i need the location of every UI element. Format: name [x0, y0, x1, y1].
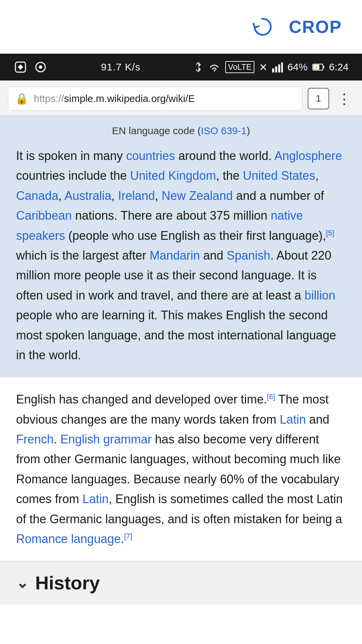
highlighted-section: EN language code (ISO 639-1) It is spoke… — [0, 116, 362, 377]
lang-code-text: EN language code ( — [112, 125, 201, 136]
iso-link[interactable]: ISO 639-1 — [201, 125, 247, 136]
screenshot-frame: 91.7 K/s VoLTE ✕ 64% ⚡ 6:24 🔒 https://si… — [0, 54, 362, 604]
tab-count-button[interactable]: 1 — [308, 88, 329, 109]
status-bar: 91.7 K/s VoLTE ✕ 64% ⚡ 6:24 — [0, 54, 362, 80]
french-link[interactable]: French — [16, 432, 54, 446]
romance-link[interactable]: Romance language — [16, 532, 121, 546]
ref5: [5] — [326, 229, 334, 237]
highlighted-paragraph: It is spoken in many countries around th… — [16, 146, 346, 365]
latin-link-2[interactable]: Latin — [82, 492, 109, 506]
caribbean-link[interactable]: Caribbean — [16, 209, 72, 222]
status-left-icons — [13, 60, 48, 74]
browser-menu-button[interactable]: ⋮ — [335, 91, 354, 107]
history-section: ⌄ History — [0, 561, 362, 604]
url-scheme: https:// — [34, 93, 64, 104]
latin-link-1[interactable]: Latin — [280, 413, 306, 426]
svg-rect-5 — [278, 64, 280, 72]
ref7: [7] — [124, 532, 132, 540]
newzealand-link[interactable]: New Zealand — [162, 189, 233, 203]
rotate-icon[interactable] — [249, 13, 276, 40]
uk-link[interactable]: United Kingdom — [130, 169, 216, 182]
grammar-link[interactable]: English grammar — [60, 432, 152, 446]
anglosphere-link[interactable]: Anglosphere — [274, 149, 342, 163]
lock-icon: 🔒 — [15, 92, 28, 105]
history-title-row[interactable]: ⌄ History — [16, 572, 346, 594]
status-right: VoLTE ✕ 64% ⚡ 6:24 — [194, 61, 349, 73]
australia-link[interactable]: Australia — [64, 189, 111, 203]
mandarin-link[interactable]: Mandarin — [149, 249, 200, 262]
app-icon-1 — [13, 60, 27, 74]
lang-code-close: ) — [247, 125, 250, 136]
browser-chrome: 🔒 https://simple.m.wikipedia.org/wiki/E … — [0, 80, 362, 116]
lang-code-line: EN language code (ISO 639-1) — [16, 125, 346, 137]
top-toolbar: CROP — [0, 0, 362, 54]
billion-link[interactable]: billion — [305, 288, 336, 302]
svg-rect-8 — [323, 66, 324, 68]
app-icon-2 — [34, 60, 48, 74]
address-bar-row: 🔒 https://simple.m.wikipedia.org/wiki/E … — [8, 87, 354, 111]
url-host: simple.m.wikipedia.org — [64, 93, 166, 104]
url-text: https://simple.m.wikipedia.org/wiki/E — [34, 93, 295, 104]
canada-link[interactable]: Canada — [16, 189, 58, 203]
svg-rect-4 — [275, 66, 277, 72]
address-bar[interactable]: 🔒 https://simple.m.wikipedia.org/wiki/E — [8, 87, 302, 111]
crop-button[interactable]: CROP — [289, 17, 342, 37]
white-paragraph: English has changed and developed over t… — [16, 389, 346, 549]
url-path: /wiki/E — [166, 93, 195, 104]
ireland-link[interactable]: Ireland — [118, 189, 155, 203]
white-section: English has changed and developed over t… — [0, 377, 362, 561]
svg-rect-3 — [272, 68, 274, 72]
history-title-text: History — [35, 572, 100, 594]
svg-rect-6 — [281, 62, 283, 72]
us-link[interactable]: United States — [243, 169, 315, 182]
chevron-down-icon: ⌄ — [16, 574, 28, 591]
spanish-link[interactable]: Spanish — [227, 249, 270, 262]
status-speed: 91.7 K/s — [101, 61, 140, 73]
battery-pct: 64% — [288, 61, 308, 73]
ref6: [6] — [267, 392, 275, 401]
web-content: EN language code (ISO 639-1) It is spoke… — [0, 116, 362, 604]
svg-text:⚡: ⚡ — [314, 65, 318, 69]
status-time: 6:24 — [329, 61, 349, 73]
countries-link[interactable]: countries — [126, 149, 175, 163]
svg-point-2 — [39, 65, 42, 69]
